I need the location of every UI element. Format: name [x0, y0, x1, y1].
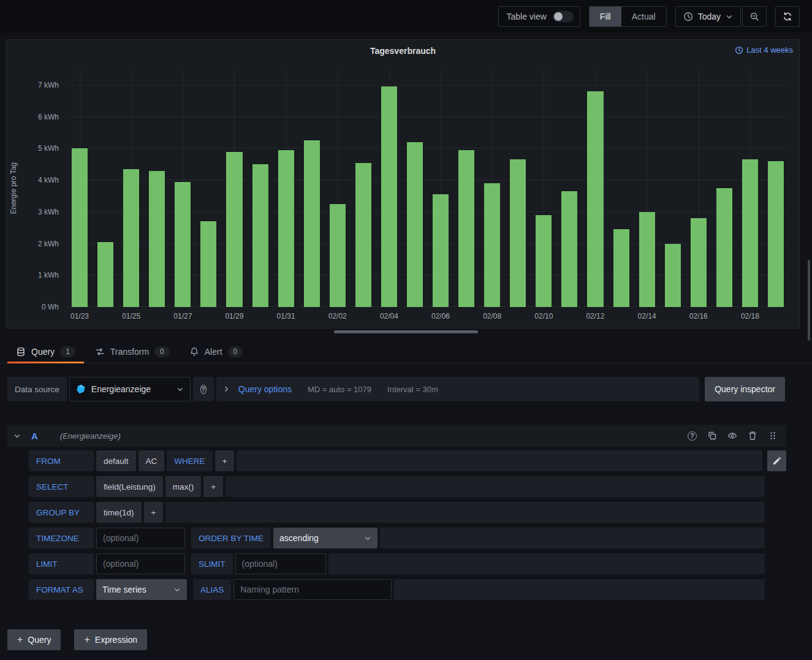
measurement-segment[interactable]: AC [138, 450, 165, 471]
x-axis: 01/2301/2501/2701/2901/3102/0202/0402/06… [67, 307, 789, 323]
where-add-button[interactable]: + [215, 450, 235, 471]
tab-query-count: 1 [60, 346, 75, 357]
toggle-knob-icon [554, 12, 563, 21]
query-inspector-button[interactable]: Query inspector [705, 377, 785, 401]
pencil-icon [772, 456, 782, 466]
where-label[interactable]: WHERE [167, 450, 212, 471]
panel-title: Tagesverbrauch [370, 46, 436, 56]
bar-02/15 [665, 244, 681, 307]
bar-02/16 [691, 218, 707, 307]
delete-query-button[interactable] [748, 431, 757, 441]
time-range-label: Today [698, 12, 721, 21]
duplicate-query-button[interactable] [707, 431, 717, 441]
page-scrollbar[interactable] [808, 260, 810, 341]
y-tick-label: 1 kWh [38, 271, 59, 279]
edit-raw-query-button[interactable] [767, 450, 786, 471]
refresh-button[interactable] [775, 6, 800, 27]
add-query-label: Query [28, 635, 51, 645]
table-view-toggle[interactable] [553, 11, 574, 22]
tab-alert[interactable]: Alert 0 [180, 341, 252, 363]
bar-02/08 [484, 183, 500, 307]
x-tick-label: 02/02 [328, 312, 347, 321]
timezone-row: TIMEZONE ORDER BY TIME ascending [29, 528, 786, 548]
add-expression-button[interactable]: + Expression [74, 629, 147, 650]
bar-02/13 [613, 229, 629, 307]
tab-query[interactable]: Query 1 [6, 341, 85, 363]
query-options-strip[interactable]: Query options MD = auto = 1079 Interval … [216, 377, 699, 401]
x-tick-label: 01/31 [277, 312, 295, 321]
panel-scrollbar[interactable] [334, 330, 478, 333]
y-tick-label: 5 kWh [38, 144, 59, 153]
alias-input[interactable] [233, 579, 392, 600]
actual-button[interactable]: Actual [621, 7, 666, 26]
tab-transform[interactable]: Transform 0 [85, 341, 180, 363]
x-tick-label: 01/23 [70, 312, 89, 321]
transform-icon [95, 347, 105, 357]
query-options-link[interactable]: Query options [238, 384, 292, 394]
y-axis-title: Energie pro Tag [9, 162, 18, 214]
query-row-header[interactable]: A (Energieanzeige) ? [7, 425, 786, 447]
gridline-horizontal [67, 180, 789, 180]
format-as-row: FORMAT AS Time series ALIAS [29, 579, 786, 600]
x-tick-label: 01/25 [122, 312, 140, 321]
x-tick-label: 02/12 [586, 312, 604, 321]
table-view-label: Table view [506, 12, 546, 21]
chevron-down-icon [176, 385, 184, 393]
x-tick-label: 01/29 [225, 312, 243, 321]
hide-query-button[interactable] [727, 431, 737, 441]
from-label: FROM [29, 450, 94, 471]
alias-label: ALIAS [193, 579, 231, 600]
order-by-select[interactable]: ascending [273, 528, 378, 548]
select-row: SELECT field(Leistung) max() + [29, 476, 786, 497]
data-source-help-button[interactable]: ? [193, 377, 214, 401]
editor-footer: + Query + Expression [7, 629, 812, 650]
bar-01/27 [175, 182, 191, 307]
chevron-down-icon [726, 13, 733, 20]
format-as-select[interactable]: Time series [96, 579, 187, 600]
bar-01/28 [200, 221, 216, 307]
data-source-picker[interactable]: Energieanzeige [69, 377, 191, 401]
bar-02/07 [458, 150, 474, 307]
bar-02/04 [381, 86, 397, 307]
gridline-horizontal [67, 148, 789, 148]
retention-policy-segment[interactable]: default [96, 450, 136, 471]
y-tick-label: 4 kWh [38, 176, 59, 184]
bar-02/01 [304, 140, 320, 307]
row-filler [226, 476, 765, 497]
bar-02/10 [536, 215, 552, 307]
bar-02/12 [587, 91, 603, 307]
select-aggregation-segment[interactable]: max() [165, 476, 202, 497]
bar-01/30 [252, 164, 268, 307]
timezone-input[interactable] [96, 528, 185, 548]
bar-02/14 [639, 212, 655, 307]
select-field-segment[interactable]: field(Leistung) [96, 476, 163, 497]
select-add-button[interactable]: + [203, 476, 223, 497]
bar-01/25 [123, 169, 139, 307]
x-tick-label: 02/08 [483, 312, 501, 321]
max-data-points-text: MD = auto = 1079 [308, 385, 371, 394]
add-query-button[interactable]: + Query [7, 629, 61, 650]
from-row: FROM default AC WHERE + [29, 450, 786, 471]
panel-header: Tagesverbrauch Last 4 weeks [7, 40, 799, 61]
tab-transform-count: 0 [154, 346, 170, 357]
x-tick-label: 02/06 [431, 312, 450, 321]
top-toolbar: Table view Fill Actual Today [0, 0, 812, 32]
query-editor-card: A (Energieanzeige) ? FROM default AC WHE… [7, 425, 786, 600]
limit-input[interactable] [96, 553, 185, 574]
group-by-add-button[interactable]: + [144, 502, 164, 523]
zoom-out-button[interactable] [742, 6, 767, 27]
slimit-input[interactable] [235, 553, 326, 574]
query-help-button[interactable]: ? [688, 431, 697, 441]
plus-icon: + [17, 635, 23, 645]
query-options-row: Data source Energieanzeige ? Query optio… [7, 377, 785, 401]
tab-alert-count: 0 [228, 346, 243, 357]
help-circle-icon: ? [200, 385, 207, 394]
group-by-time-segment[interactable]: time(1d) [96, 502, 142, 523]
y-tick-label: 0 Wh [42, 303, 59, 311]
gridline-horizontal [67, 85, 789, 85]
fill-button[interactable]: Fill [590, 7, 621, 26]
drag-handle-icon[interactable] [768, 431, 778, 441]
influxql-editor: FROM default AC WHERE + SELECT field(Lei… [7, 450, 786, 600]
time-range-picker[interactable]: Today [675, 6, 741, 27]
time-controls: Today [675, 6, 767, 27]
